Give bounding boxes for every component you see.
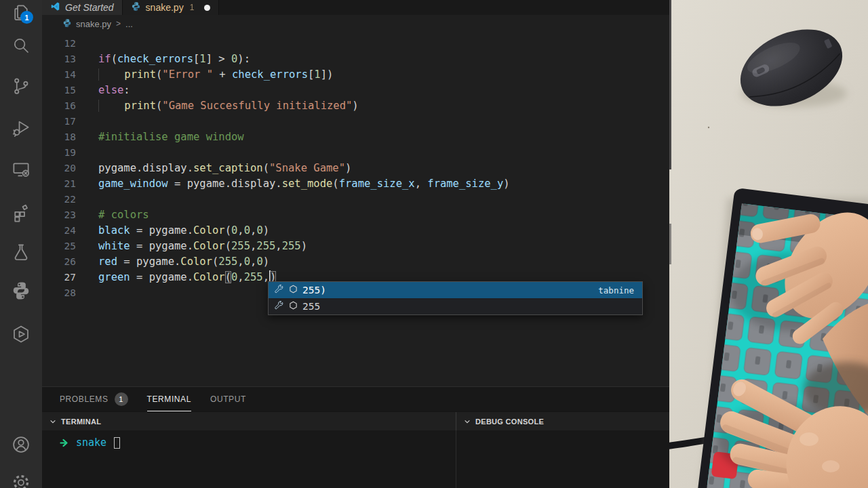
code-line[interactable]: 18#initialise game window xyxy=(42,129,669,145)
panel-tab-bar: PROBLEMS1TERMINALOUTPUT xyxy=(42,387,669,411)
line-number: 19 xyxy=(42,145,76,161)
code-line[interactable]: 22 xyxy=(42,192,669,207)
line-content: pygame.display.set_caption("Snake Game") xyxy=(98,161,351,176)
breadcrumb-ellipsis[interactable]: ... xyxy=(125,19,133,29)
line-content: game_window = pygame.display.set_mode(fr… xyxy=(98,176,510,192)
line-number: 25 xyxy=(42,239,76,254)
line-number: 20 xyxy=(42,161,76,176)
accounts-icon xyxy=(11,434,31,458)
line-number: 18 xyxy=(42,129,76,145)
remote-explorer-icon xyxy=(11,159,31,182)
code-line[interactable]: 23# colors xyxy=(42,207,669,223)
panel-tab-terminal[interactable]: TERMINAL xyxy=(147,388,191,411)
suggestion-item[interactable]: 255)tabnine xyxy=(269,282,642,298)
code-line[interactable]: 17 xyxy=(42,114,669,129)
tab-snake-py[interactable]: snake.py1 xyxy=(123,0,220,15)
line-number: 28 xyxy=(42,285,76,301)
activity-bar-item-python[interactable] xyxy=(0,281,42,308)
suggestion-label: 255 xyxy=(302,301,320,312)
activity-bar-item-accounts[interactable] xyxy=(0,434,42,462)
line-number: 13 xyxy=(42,52,76,67)
terminal-content[interactable]: snake xyxy=(42,430,669,488)
panel-tab-output[interactable]: OUTPUT xyxy=(210,388,246,411)
line-content: white = pygame.Color(255,255,255) xyxy=(98,239,307,254)
code-line[interactable]: 26red = pygame.Color(255,0,0) xyxy=(42,254,669,270)
breadcrumb-file[interactable]: snake.py xyxy=(76,19,111,29)
line-number: 22 xyxy=(42,192,76,207)
autocomplete-popup: 255)tabnine 255 xyxy=(268,281,643,315)
terminal-prompt-arrow-icon xyxy=(60,439,70,447)
tab-get-started[interactable]: Get Started xyxy=(42,0,123,15)
dirty-indicator[interactable] xyxy=(204,5,210,11)
chevron-down-icon xyxy=(464,418,471,425)
line-number: 24 xyxy=(42,223,76,239)
activity-bar-item-files[interactable]: 1 xyxy=(0,3,42,30)
desk-photo xyxy=(669,0,868,488)
code-line[interactable]: 25white = pygame.Color(255,255,255) xyxy=(42,239,669,254)
activity-bar-item-run-debug[interactable] xyxy=(0,118,42,145)
wrench-icon xyxy=(273,284,284,297)
panel-tab-label: OUTPUT xyxy=(210,394,246,404)
tab-label: Get Started xyxy=(65,2,114,13)
breadcrumb[interactable]: snake.py > ... xyxy=(42,15,669,33)
code-line[interactable]: 15else: xyxy=(42,83,669,98)
suggestion-label: 255) xyxy=(302,285,326,296)
tab-bar: Get Started snake.py1 xyxy=(42,0,669,15)
breadcrumb-separator: > xyxy=(116,19,121,28)
terminal-cursor xyxy=(114,437,120,449)
extensions-icon xyxy=(11,203,31,226)
hexagon-icon xyxy=(289,285,298,296)
panel-tab-label: TERMINAL xyxy=(147,394,191,404)
settings-gear-icon xyxy=(11,472,31,488)
wrench-icon xyxy=(273,300,284,313)
terminal-section-title: TERMINAL xyxy=(61,418,101,426)
source-control-icon xyxy=(11,76,31,99)
activity-bar-item-settings-gear[interactable] xyxy=(0,472,42,488)
code-line[interactable]: 20pygame.display.set_caption("Snake Game… xyxy=(42,161,669,176)
activity-bar: 1 xyxy=(0,0,42,488)
line-number: 26 xyxy=(42,254,76,270)
activity-bar-item-remote-explorer[interactable] xyxy=(0,159,42,186)
hexagon-icon xyxy=(289,301,298,312)
line-content: #initialise game window xyxy=(98,129,244,145)
code-line[interactable]: 14 print("Error " + check_errors[1]) xyxy=(42,67,669,83)
debug-console-section-header[interactable]: DEBUG CONSOLE xyxy=(456,412,669,430)
panel-tab-problems[interactable]: PROBLEMS1 xyxy=(60,388,128,411)
line-number: 12 xyxy=(42,36,76,52)
code-line[interactable]: 24black = pygame.Color(0,0,0) xyxy=(42,223,669,239)
terminal-section-header[interactable]: TERMINAL xyxy=(42,412,456,430)
terminal-command: snake xyxy=(76,436,106,449)
code-line[interactable]: 13if(check_errors[1] > 0): xyxy=(42,52,669,67)
python-icon xyxy=(131,1,141,14)
explorer-badge: 1 xyxy=(20,11,33,24)
line-number: 15 xyxy=(42,83,76,98)
desk-photo-scene xyxy=(669,0,868,488)
chevron-down-icon xyxy=(50,418,56,425)
code-line[interactable]: 16 print("Game Succesfully initialized") xyxy=(42,98,669,114)
line-number: 23 xyxy=(42,207,76,223)
tab-label: snake.py xyxy=(146,2,184,13)
activity-bar-item-extensions[interactable] xyxy=(0,203,42,230)
suggestion-item[interactable]: 255 xyxy=(269,298,642,314)
debug-console-section-title: DEBUG CONSOLE xyxy=(475,418,544,426)
suggestion-source: tabnine xyxy=(598,285,634,296)
activity-bar-item-source-control[interactable] xyxy=(0,76,42,103)
line-content: else: xyxy=(98,83,130,98)
code-line[interactable]: 21game_window = pygame.display.set_mode(… xyxy=(42,176,669,192)
activity-bar-item-search[interactable] xyxy=(0,35,42,62)
activity-bar-item-hexagon-play[interactable] xyxy=(0,324,42,351)
editor-area: Get Started snake.py1 snake.py > ... 121… xyxy=(42,0,669,488)
search-icon xyxy=(11,35,31,58)
hexagon-play-icon xyxy=(11,324,31,347)
line-number: 17 xyxy=(42,114,76,129)
code-line[interactable]: 19 xyxy=(42,145,669,161)
run-debug-icon xyxy=(11,118,31,141)
code-line[interactable]: 12 xyxy=(42,36,669,52)
activity-bar-item-testing[interactable] xyxy=(0,242,42,269)
code-editor[interactable]: 1213if(check_errors[1] > 0):14 print("Er… xyxy=(42,33,669,386)
line-content: red = pygame.Color(255,0,0) xyxy=(98,254,269,270)
panel-split-divider[interactable] xyxy=(456,430,456,488)
vscode-logo-icon xyxy=(50,1,60,14)
terminal-prompt-line: snake xyxy=(60,436,120,449)
line-content: # colors xyxy=(98,207,149,223)
